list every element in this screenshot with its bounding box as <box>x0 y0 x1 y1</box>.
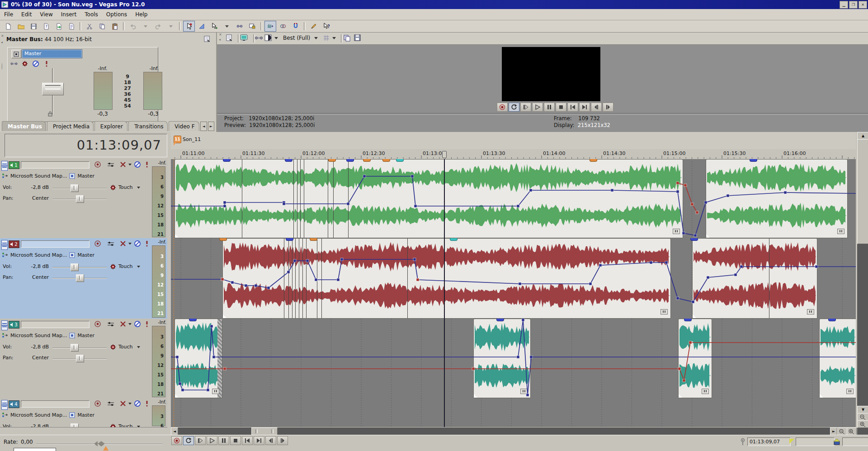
track-restore-icon[interactable] <box>1 245 8 250</box>
preview-quality-label[interactable]: Best (Full) <box>283 35 310 41</box>
mute-button[interactable] <box>119 161 127 168</box>
v-scroll-up-arrow[interactable]: ▲ <box>857 132 868 140</box>
automation-settings-icon[interactable] <box>109 263 117 270</box>
loop-playback-button[interactable] <box>183 436 194 445</box>
maximize-button[interactable]: ❐ <box>849 1 858 9</box>
record-arm-button[interactable] <box>94 240 101 247</box>
event-generic-icon[interactable] <box>673 229 680 234</box>
solo-button[interactable] <box>134 240 141 247</box>
menu-view[interactable]: View <box>36 10 57 19</box>
play-from-start-button[interactable] <box>195 436 206 445</box>
video-output-fx-icon[interactable] <box>255 35 263 41</box>
event-generic-icon[interactable] <box>837 229 844 234</box>
track-meter[interactable]: 36912151821 <box>152 245 165 318</box>
audio-event[interactable] <box>678 319 712 398</box>
event-split-line[interactable] <box>299 239 299 318</box>
event-split-line[interactable] <box>769 239 769 318</box>
tab-video-f[interactable]: Video F <box>169 121 199 131</box>
menu-file[interactable]: File <box>0 10 17 19</box>
automation-mode[interactable]: Touch <box>118 263 133 269</box>
playhead-line[interactable] <box>444 159 445 427</box>
mute-caret-icon[interactable] <box>128 242 132 245</box>
v-scroll-down-arrow[interactable]: ▼ <box>857 406 868 413</box>
event-generic-icon[interactable] <box>702 389 709 394</box>
title-bar[interactable]: 0% (30 of 30) - Son Nu.veg - Vegas Pro 1… <box>0 0 868 9</box>
preview-quality-caret-icon[interactable] <box>314 37 318 40</box>
loop-playback-button[interactable] <box>509 103 519 112</box>
event-split-line[interactable] <box>321 239 322 318</box>
mute-button[interactable] <box>119 400 127 407</box>
playhead-head[interactable] <box>442 151 447 158</box>
pause-button[interactable] <box>218 436 229 445</box>
track-envelope-button[interactable] <box>107 161 115 168</box>
track-row-4[interactable] <box>171 398 856 427</box>
mute-caret-icon[interactable] <box>128 323 132 325</box>
automation-settings-icon[interactable] <box>21 60 28 67</box>
open-project-icon[interactable] <box>15 21 27 32</box>
track-name-field[interactable] <box>21 321 90 328</box>
marker-flag[interactable]: 11 <box>174 136 181 143</box>
pan-slider-thumb[interactable] <box>76 355 84 362</box>
phase-invert-button[interactable] <box>145 240 149 247</box>
stop-button[interactable] <box>556 103 566 112</box>
track-meter[interactable]: 36912151821 <box>152 166 165 237</box>
menu-tools[interactable]: Tools <box>80 10 102 19</box>
v-scroll-thumb[interactable] <box>857 139 868 244</box>
vol-slider-track[interactable] <box>52 348 107 348</box>
track-envelope-button[interactable] <box>107 320 115 328</box>
mute-caret-icon[interactable] <box>128 163 132 166</box>
event-split-line[interactable] <box>407 239 408 318</box>
mute-icon[interactable] <box>32 60 39 67</box>
marker-bar[interactable]: 11 Son_11 <box>171 132 856 150</box>
audio-event[interactable] <box>692 238 817 319</box>
audio-event[interactable] <box>222 238 671 319</box>
event-fade-handle[interactable] <box>679 394 682 398</box>
audio-event[interactable] <box>175 159 683 238</box>
go-to-start-button[interactable] <box>567 103 578 112</box>
event-fade-handle[interactable] <box>474 394 477 398</box>
track-name-field[interactable] <box>21 400 90 408</box>
normal-edit-tool-icon[interactable] <box>183 21 195 32</box>
automation-caret-icon[interactable] <box>137 346 141 348</box>
pan-slider-thumb[interactable] <box>76 274 84 282</box>
menu-options[interactable]: Options <box>102 10 131 19</box>
record-arm-button[interactable] <box>94 161 101 168</box>
automation-caret-icon[interactable] <box>137 265 141 268</box>
audio-event[interactable] <box>175 319 222 398</box>
vol-value[interactable]: -2,8 dB <box>25 184 49 190</box>
undock-preview-icon[interactable]: ◂ <box>219 39 221 41</box>
event-split-line[interactable] <box>300 160 301 238</box>
vol-value[interactable]: -2,8 dB <box>25 263 49 269</box>
track-device-name[interactable]: Microsoft Sound Map... <box>10 333 67 338</box>
cursor-position-box[interactable]: 01:13:09,07 <box>747 437 791 446</box>
track-name-field[interactable] <box>21 240 90 248</box>
event-split-line[interactable] <box>333 160 334 238</box>
event-split-line[interactable] <box>328 160 328 238</box>
tab-master-bus[interactable]: Master Bus <box>2 121 46 131</box>
pan-value[interactable]: Center <box>25 195 49 201</box>
play-button[interactable] <box>207 436 217 445</box>
zoom-out-track-height-button[interactable] <box>857 413 868 421</box>
zoom-in-track-height-button[interactable] <box>857 420 868 428</box>
save-project-icon[interactable] <box>28 21 39 32</box>
redo-history-icon[interactable] <box>165 21 177 32</box>
track-minimize-icon[interactable] <box>1 400 8 405</box>
automation-settings-icon[interactable] <box>109 343 117 351</box>
track-header-1[interactable]: 1-Inf.36912151821Microsoft Sound Map...M… <box>0 159 167 239</box>
event-fade-handle[interactable] <box>706 234 710 238</box>
event-split-line[interactable] <box>288 239 289 318</box>
automation-mode[interactable]: Touch <box>118 423 133 428</box>
event-fade-handle[interactable] <box>693 315 696 318</box>
go-to-end-button[interactable] <box>579 103 590 112</box>
preview-properties-icon[interactable] <box>225 34 233 42</box>
track-name-field[interactable] <box>21 161 90 169</box>
close-preview-icon[interactable]: ✕ <box>219 34 221 36</box>
audio-event[interactable] <box>819 319 856 398</box>
next-frame-button[interactable] <box>277 436 288 445</box>
overlays-caret-icon[interactable] <box>332 37 336 40</box>
automation-settings-icon[interactable] <box>109 184 117 191</box>
record-arm-button[interactable] <box>94 400 101 407</box>
dock-tabs-scroll-left[interactable]: ◄ <box>200 122 207 131</box>
ignore-event-grouping-icon[interactable] <box>234 21 245 32</box>
track-row-3[interactable] <box>171 319 856 399</box>
